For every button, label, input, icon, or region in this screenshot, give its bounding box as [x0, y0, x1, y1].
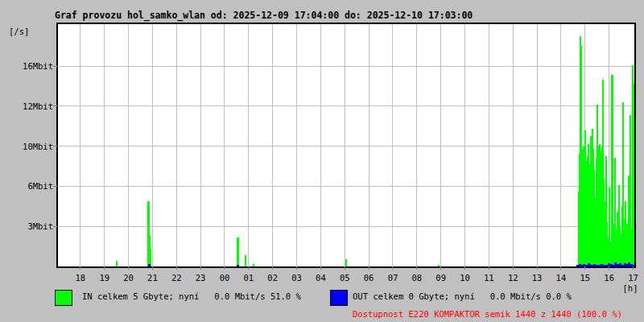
- x-tick-label: 19: [93, 273, 116, 283]
- legend-in-label: IN celkem 5 Gbyte; nyní 0.0 Mbit/s 51.0 …: [82, 291, 301, 301]
- y-tick-label: 3Mbit: [0, 221, 53, 232]
- x-tick-label: 12: [502, 273, 524, 283]
- x-tick-label: 08: [406, 273, 428, 283]
- x-tick-label: 03: [286, 273, 308, 283]
- legend-in-swatch: [55, 290, 72, 306]
- x-tick-label: 21: [141, 273, 163, 283]
- x-tick-label: 05: [333, 273, 356, 283]
- x-tick-label: 23: [189, 273, 212, 283]
- x-tick-label: 15: [574, 273, 597, 283]
- x-tick-label: 18: [69, 273, 92, 283]
- y-axis-unit-label: [/s]: [9, 27, 29, 36]
- x-tick-label: 07: [382, 273, 404, 283]
- y-tick-label: 16Mbit: [0, 60, 53, 72]
- x-tick-label: 13: [526, 273, 548, 283]
- x-tick-label: 11: [477, 273, 500, 283]
- x-tick-label: 17: [622, 273, 644, 283]
- mrtg-traffic-page: Graf provozu hol_samko_wlan od: 2025-12-…: [0, 0, 644, 322]
- y-tick-label: 12Mbit: [0, 101, 53, 112]
- page-title: Graf provozu hol_samko_wlan od: 2025-12-…: [55, 10, 473, 21]
- y-tick-label: 10Mbit: [0, 141, 53, 152]
- x-tick-label: 22: [165, 273, 188, 283]
- x-tick-label: 02: [262, 273, 284, 283]
- x-tick-label: 14: [550, 273, 572, 283]
- x-tick-label: 04: [309, 273, 332, 283]
- traffic-chart: [58, 24, 634, 266]
- x-tick-label: 16: [598, 273, 621, 283]
- legend-out-label: OUT celkem 0 Gbyte; nyní 0.0 Mbit/s 0.0 …: [353, 291, 572, 301]
- availability-text: Dostupnost E220 KOMPAKTOR semik 1440 z 1…: [353, 309, 622, 319]
- plot-area: [56, 23, 636, 268]
- x-tick-label: 10: [454, 273, 477, 283]
- x-tick-label: 06: [357, 273, 380, 283]
- x-tick-label: 09: [430, 273, 452, 283]
- x-tick-label: 00: [213, 273, 236, 283]
- y-tick-label: 6Mbit: [0, 180, 53, 192]
- legend-out-swatch: [330, 290, 348, 306]
- x-axis-unit-label: [h]: [620, 283, 641, 293]
- x-tick-label: 20: [118, 273, 140, 283]
- x-tick-label: 01: [237, 273, 260, 283]
